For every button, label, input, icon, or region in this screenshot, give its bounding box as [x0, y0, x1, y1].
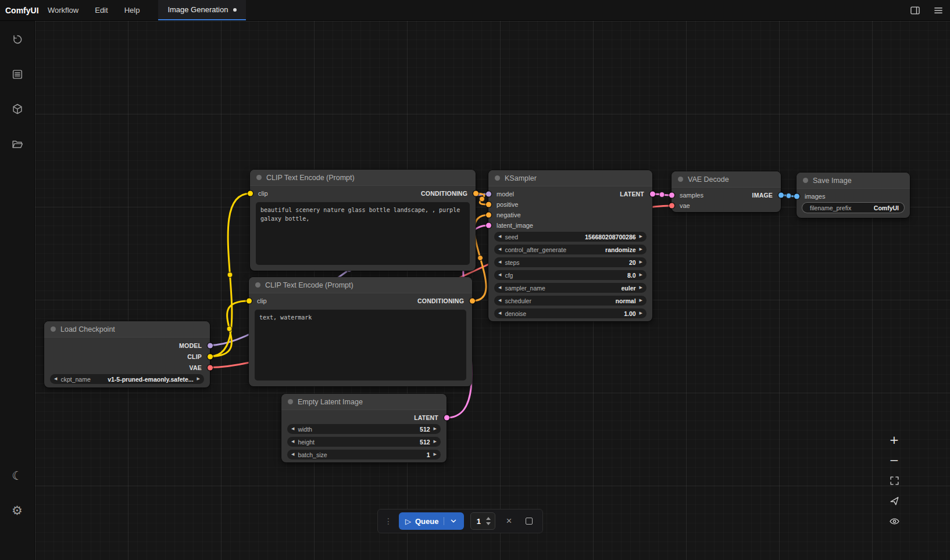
node-clip-text-encode-negative[interactable]: CLIP Text Encode (Prompt) clip CONDITION…	[249, 277, 472, 386]
collapse-dot[interactable]	[495, 175, 500, 181]
tab-image-generation[interactable]: Image Generation	[158, 0, 246, 20]
widget-seed[interactable]: ◀ seed 156680208700286 ▶	[494, 232, 647, 242]
output-slot-conditioning[interactable]	[473, 191, 478, 196]
next-value-icon[interactable]: ▶	[640, 299, 642, 303]
queue-panel-button[interactable]	[5, 62, 30, 87]
toggle-visibility-button[interactable]	[884, 513, 904, 529]
zoom-in-button[interactable]: +	[884, 432, 904, 448]
node-header[interactable]: Save Image	[797, 173, 910, 189]
input-slot-latent-image[interactable]	[486, 223, 491, 228]
node-header[interactable]: CLIP Text Encode (Prompt)	[250, 170, 476, 186]
increment-icon[interactable]: ▶	[434, 427, 437, 431]
hamburger-menu-button[interactable]	[927, 0, 950, 20]
settings-button[interactable]: ⚙	[5, 498, 30, 523]
spinner-up-icon[interactable]	[486, 517, 491, 520]
next-value-icon[interactable]: ▶	[640, 247, 642, 252]
increment-icon[interactable]: ▶	[434, 440, 437, 444]
panel-toggle-button[interactable]	[903, 0, 927, 20]
queue-options-dropdown[interactable]	[444, 517, 458, 525]
widget-scheduler[interactable]: ◀ scheduler normal ▶	[494, 296, 647, 306]
negative-prompt-textarea[interactable]: text, watermark	[255, 310, 466, 380]
input-slot-clip[interactable]	[247, 299, 252, 304]
select-mode-button[interactable]	[884, 493, 904, 509]
widget-steps[interactable]: ◀ steps 20 ▶	[494, 257, 647, 267]
node-header[interactable]: VAE Decode	[672, 171, 781, 188]
node-load-checkpoint[interactable]: Load Checkpoint MODEL CLIP VAE ◀ ckpt_na…	[44, 321, 210, 387]
increment-icon[interactable]: ▶	[640, 235, 642, 239]
input-slot-model[interactable]	[486, 192, 491, 197]
collapse-dot[interactable]	[51, 326, 56, 332]
output-slot-vae[interactable]	[208, 365, 213, 370]
next-value-icon[interactable]: ▶	[197, 377, 200, 381]
widget-batch-size[interactable]: ◀ batch_size 1 ▶	[287, 450, 441, 460]
output-slot-image[interactable]	[778, 193, 784, 198]
input-slot-negative[interactable]	[486, 213, 491, 218]
prev-value-icon[interactable]: ◀	[54, 377, 57, 381]
output-slot-latent[interactable]	[650, 192, 655, 197]
stop-button[interactable]	[522, 514, 536, 528]
node-clip-text-encode-positive[interactable]: CLIP Text Encode (Prompt) clip CONDITION…	[250, 170, 476, 271]
prev-value-icon[interactable]: ◀	[498, 286, 501, 290]
collapse-dot[interactable]	[803, 178, 808, 183]
workflows-button[interactable]	[5, 131, 30, 157]
node-vae-decode[interactable]: VAE Decode samples IMAGE vae	[672, 171, 781, 212]
input-slot-samples[interactable]	[669, 193, 674, 198]
output-slot-conditioning[interactable]	[470, 299, 475, 304]
next-value-icon[interactable]: ▶	[640, 286, 642, 290]
node-empty-latent-image[interactable]: Empty Latent Image LATENT ◀ width 512 ▶ …	[281, 394, 447, 462]
collapse-dot[interactable]	[255, 282, 260, 288]
increment-icon[interactable]: ▶	[640, 311, 642, 315]
decrement-icon[interactable]: ◀	[498, 311, 501, 315]
decrement-icon[interactable]: ◀	[291, 427, 294, 431]
zoom-out-button[interactable]: −	[884, 452, 904, 468]
node-library-button[interactable]	[5, 96, 30, 122]
drag-handle-icon[interactable]: ⋮	[384, 517, 392, 525]
output-slot-clip[interactable]	[208, 354, 213, 359]
input-slot-clip[interactable]	[248, 191, 253, 196]
output-slot-latent[interactable]	[444, 415, 449, 421]
queue-button[interactable]: ▷ Queue	[399, 512, 464, 530]
node-ksampler[interactable]: KSampler model LATENT positive negative …	[488, 170, 652, 321]
decrement-icon[interactable]: ◀	[291, 453, 294, 457]
increment-icon[interactable]: ▶	[640, 260, 642, 264]
node-header[interactable]: Load Checkpoint	[44, 321, 210, 338]
prev-value-icon[interactable]: ◀	[498, 247, 501, 252]
collapse-dot[interactable]	[256, 175, 262, 180]
widget-control-after-generate[interactable]: ◀ control_after_generate randomize ▶	[494, 245, 647, 254]
output-slot-model[interactable]	[208, 343, 213, 348]
batch-count-spinner[interactable]: 1	[470, 512, 495, 530]
input-slot-images[interactable]	[794, 194, 799, 199]
widget-cfg[interactable]: ◀ cfg 8.0 ▶	[494, 270, 647, 280]
decrement-icon[interactable]: ◀	[498, 235, 501, 239]
collapse-dot[interactable]	[678, 177, 683, 182]
decrement-icon[interactable]: ◀	[498, 260, 501, 264]
decrement-icon[interactable]: ◀	[498, 273, 501, 277]
node-header[interactable]: CLIP Text Encode (Prompt)	[249, 277, 472, 293]
theme-toggle-button[interactable]: ☾	[5, 463, 30, 489]
prev-value-icon[interactable]: ◀	[498, 299, 501, 303]
clear-queue-button[interactable]: ×	[502, 514, 516, 528]
increment-icon[interactable]: ▶	[640, 273, 642, 277]
widget-denoise[interactable]: ◀ denoise 1.00 ▶	[494, 308, 647, 318]
collapse-dot[interactable]	[288, 399, 293, 404]
widget-height[interactable]: ◀ height 512 ▶	[287, 437, 441, 447]
menu-workflow[interactable]: Workflow	[48, 6, 78, 15]
input-slot-positive[interactable]	[486, 202, 491, 207]
widget-sampler-name[interactable]: ◀ sampler_name euler ▶	[494, 283, 647, 293]
node-save-image[interactable]: Save Image images filename_prefix ComfyU…	[797, 173, 910, 218]
widget-filename-prefix[interactable]: filename_prefix ComfyUI	[802, 203, 904, 213]
history-button[interactable]	[5, 27, 30, 52]
node-header[interactable]: Empty Latent Image	[281, 394, 447, 410]
widget-ckpt-name[interactable]: ◀ ckpt_name v1-5-pruned-emaonly.safete..…	[50, 374, 204, 384]
menu-edit[interactable]: Edit	[95, 6, 108, 15]
slot-row: MODEL	[44, 340, 210, 351]
spinner-down-icon[interactable]	[486, 522, 491, 525]
widget-width[interactable]: ◀ width 512 ▶	[287, 424, 441, 434]
node-header[interactable]: KSampler	[488, 170, 652, 186]
input-slot-vae[interactable]	[669, 203, 674, 209]
fit-view-button[interactable]	[884, 472, 904, 489]
decrement-icon[interactable]: ◀	[291, 440, 294, 444]
increment-icon[interactable]: ▶	[434, 453, 437, 457]
positive-prompt-textarea[interactable]: beautiful scenery nature glass bottle la…	[256, 202, 470, 265]
menu-help[interactable]: Help	[124, 6, 140, 15]
